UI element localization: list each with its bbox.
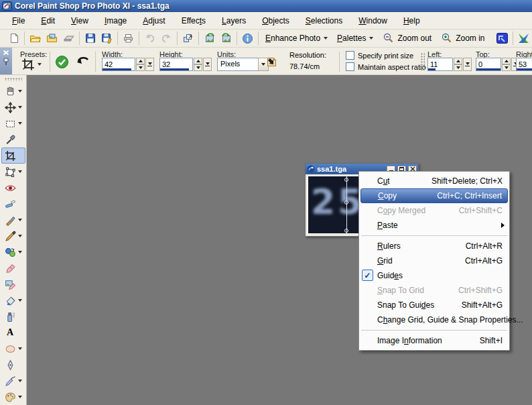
red-eye-tool-button[interactable]: [1, 180, 25, 196]
menu-edit[interactable]: Edit: [33, 13, 63, 28]
tools-toolbar-grip[interactable]: [5, 78, 22, 81]
context-menu-item-cut[interactable]: CutShift+Delete; Ctrl+X: [359, 174, 509, 188]
makeover-tool-button[interactable]: [1, 196, 25, 212]
context-menu-item-grid[interactable]: GridCtrl+Alt+G: [359, 253, 509, 268]
context-menu-item-change-grid-guide-snap-properties[interactable]: Change Grid, Guide & Snap Properties...: [359, 312, 509, 327]
browse-button[interactable]: [44, 31, 60, 46]
menu-layers[interactable]: Layers: [214, 13, 254, 28]
crop-handle-top[interactable]: [344, 178, 348, 182]
pen-tool-button[interactable]: [1, 357, 25, 373]
resize-button[interactable]: [180, 31, 196, 46]
crop-handle-middle[interactable]: [344, 200, 348, 205]
left-spinner[interactable]: [454, 58, 462, 71]
open-button[interactable]: [27, 31, 44, 46]
context-menu-item-snap-to-guides[interactable]: Snap To GuidesShift+Alt+G: [359, 298, 509, 312]
chevron-down-icon[interactable]: [18, 219, 22, 221]
chevron-down-icon[interactable]: [18, 380, 22, 382]
options-grip[interactable]: [421, 53, 425, 70]
perspective-tool-button[interactable]: [1, 164, 25, 180]
context-menu-item-image-information[interactable]: Image InformationShift+I: [359, 333, 509, 348]
height-spinner[interactable]: [194, 58, 202, 71]
maintain-aspect-ratio-checkbox[interactable]: [346, 62, 354, 71]
info-button[interactable]: [239, 31, 256, 46]
enhance-photo-dropdown[interactable]: Enhance Photo: [261, 32, 332, 44]
pan-tool-button[interactable]: [1, 83, 25, 99]
palettes-dropdown[interactable]: Palettes: [332, 32, 378, 44]
spin-up-button[interactable]: [136, 58, 145, 64]
crop-guide-line[interactable]: [346, 176, 347, 233]
spin-up-button[interactable]: [454, 58, 462, 64]
preset-shape-tool-button[interactable]: [1, 341, 25, 357]
chevron-down-icon[interactable]: [18, 170, 22, 173]
context-menu-item-rulers[interactable]: RulersCtrl+Alt+R: [359, 239, 509, 253]
pin-icon[interactable]: [3, 58, 9, 66]
spin-down-button[interactable]: [136, 64, 145, 71]
apply-button[interactable]: [55, 55, 69, 68]
menu-file[interactable]: File: [4, 13, 33, 28]
menu-effects[interactable]: Effects: [174, 13, 214, 28]
move-tool-button[interactable]: [1, 99, 25, 115]
color-changer-tool-button[interactable]: [1, 244, 25, 260]
save-button[interactable]: [82, 31, 98, 46]
left-input-box[interactable]: [427, 58, 453, 71]
app-shortcut-icon-2[interactable]: [515, 31, 532, 46]
chevron-down-icon[interactable]: [18, 396, 22, 398]
background-eraser-tool-button[interactable]: [1, 276, 25, 292]
spin-up-button[interactable]: [194, 58, 202, 64]
width-spinner[interactable]: [136, 58, 145, 71]
spin-down-button[interactable]: [194, 64, 202, 71]
chevron-down-icon[interactable]: [18, 299, 22, 302]
rotate-right-button[interactable]: [218, 31, 235, 46]
left-slider-button[interactable]: [463, 58, 472, 71]
save-as-button[interactable]: [98, 31, 115, 46]
presets-dropdown[interactable]: [21, 58, 42, 71]
menu-selections[interactable]: Selections: [297, 13, 350, 28]
zoom-in-button[interactable]: Zoom in: [436, 32, 489, 45]
spin-down-button[interactable]: [502, 64, 511, 71]
spin-up-button[interactable]: [502, 58, 511, 64]
chevron-down-icon[interactable]: [18, 251, 22, 253]
specify-print-size-checkbox[interactable]: [346, 51, 354, 60]
chevron-down-icon[interactable]: [18, 347, 22, 350]
clone-brush-tool-button[interactable]: [1, 212, 25, 228]
text-tool-button[interactable]: A: [1, 325, 25, 341]
reset-button[interactable]: [75, 56, 90, 70]
menu-adjust[interactable]: Adjust: [135, 13, 173, 28]
menu-help[interactable]: Help: [395, 13, 428, 28]
menu-image[interactable]: Image: [96, 13, 135, 28]
crop-tool-button[interactable]: [1, 148, 25, 164]
crop-handle-bottom[interactable]: [344, 229, 348, 233]
menu-objects[interactable]: Objects: [254, 13, 297, 28]
chevron-down-icon[interactable]: [18, 122, 22, 125]
right-input-box[interactable]: [516, 58, 532, 71]
flood-fill-tool-button[interactable]: [1, 292, 25, 308]
chevron-down-icon[interactable]: [18, 106, 22, 109]
close-palette-icon[interactable]: [3, 50, 9, 56]
menu-window[interactable]: Window: [350, 13, 395, 28]
context-menu-item-paste[interactable]: Paste: [359, 218, 509, 233]
swap-width-height-button[interactable]: [265, 56, 278, 69]
scan-button[interactable]: [60, 31, 77, 46]
chevron-down-icon[interactable]: [18, 90, 22, 93]
width-input-box[interactable]: [102, 58, 135, 71]
height-input-box[interactable]: [159, 58, 193, 71]
print-button[interactable]: [120, 31, 137, 46]
paint-brush-tool-button[interactable]: [1, 228, 25, 244]
mesh-warp-tool-button[interactable]: [1, 389, 25, 405]
rotate-left-button[interactable]: [201, 31, 218, 46]
units-select[interactable]: Pixels: [217, 58, 269, 71]
dropper-tool-button[interactable]: [1, 131, 25, 148]
top-spinner[interactable]: [502, 58, 511, 71]
app-shortcut-icon-1[interactable]: [494, 31, 511, 46]
spin-down-button[interactable]: [454, 64, 462, 71]
selection-tool-button[interactable]: [1, 115, 25, 131]
context-menu-item-guides[interactable]: ✓Guides: [359, 268, 509, 283]
new-button[interactable]: [5, 31, 22, 46]
warp-brush-tool-button[interactable]: [1, 373, 25, 389]
airbrush-tool-button[interactable]: [1, 308, 25, 325]
palette-handle[interactable]: [0, 48, 12, 75]
context-menu-item-copy[interactable]: CopyCtrl+C; Ctrl+Insert: [360, 188, 508, 203]
top-input-box[interactable]: [476, 58, 501, 71]
height-slider-button[interactable]: [203, 58, 212, 71]
zoom-out-button[interactable]: Zoom out: [378, 32, 436, 45]
